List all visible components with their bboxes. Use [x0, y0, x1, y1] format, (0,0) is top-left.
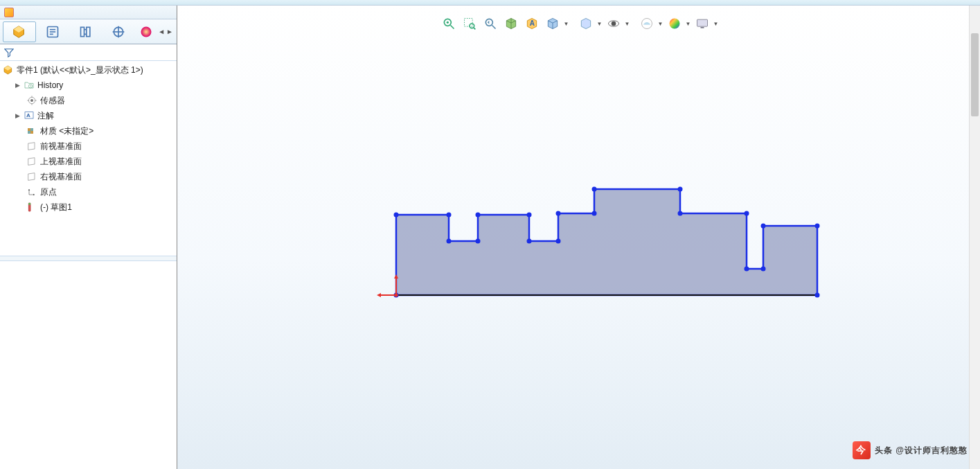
- expander-icon[interactable]: ▶: [14, 112, 21, 119]
- svg-point-58: [815, 224, 820, 229]
- svg-point-48: [556, 239, 561, 244]
- scrollbar-thumb[interactable]: [971, 33, 979, 116]
- svg-rect-17: [28, 128, 30, 131]
- tree-label: (-) 草图1: [40, 202, 72, 213]
- svg-rect-22: [28, 203, 30, 205]
- sketch-drawing: [177, 6, 980, 469]
- tree-label: History: [37, 80, 63, 90]
- tree-label: 材质 <未指定>: [40, 125, 93, 137]
- tree-root-part[interactable]: 零件1 (默认<<默认>_显示状态 1>): [3, 62, 175, 78]
- svg-point-64: [395, 294, 398, 297]
- tree-label: 传感器: [40, 95, 65, 107]
- svg-point-44: [476, 239, 481, 244]
- svg-rect-20: [30, 131, 33, 134]
- tree-item-origin[interactable]: 原点: [3, 184, 175, 200]
- svg-rect-19: [28, 131, 30, 134]
- tree-item-sensors[interactable]: 传感器: [3, 93, 175, 108]
- solidworks-icon: [4, 8, 14, 17]
- svg-marker-38: [396, 189, 817, 295]
- panel-toolbar: [0, 6, 177, 19]
- sensor-icon: [26, 95, 37, 106]
- tree-label: 前视基准面: [40, 141, 82, 152]
- tab-property-manager[interactable]: [36, 21, 69, 42]
- feature-manager-panel: ◄ ► 零件1 (默认<<默认>_显示状态 1>) ▶ History 传感器: [0, 6, 177, 469]
- svg-point-56: [761, 267, 766, 272]
- expander-icon[interactable]: ▶: [14, 82, 21, 89]
- svg-point-47: [527, 239, 532, 244]
- filter-icon[interactable]: [4, 48, 14, 57]
- plane-icon: [26, 171, 37, 182]
- tree-filter-row: [0, 44, 177, 61]
- tree-item-annotations[interactable]: ▶ A 注解: [3, 108, 175, 123]
- tab-feature-tree[interactable]: [3, 21, 36, 42]
- annotations-icon: A: [24, 110, 35, 121]
- tree-root-label: 零件1 (默认<<默认>_显示状态 1>): [17, 64, 143, 76]
- svg-point-45: [476, 213, 481, 218]
- tree-item-history[interactable]: ▶ History: [3, 78, 175, 93]
- svg-point-14: [30, 99, 33, 102]
- vertical-scrollbar[interactable]: [969, 6, 980, 469]
- tree-label: 上视基准面: [40, 156, 82, 168]
- tabs-scroll-right[interactable]: ►: [166, 28, 174, 35]
- tree-label: 原点: [40, 186, 57, 198]
- svg-point-11: [141, 26, 152, 37]
- tree-item-right-plane[interactable]: 右视基准面: [3, 169, 175, 184]
- folder-history-icon: [24, 80, 35, 91]
- svg-point-54: [745, 211, 749, 216]
- svg-point-50: [592, 211, 597, 216]
- origin-icon: [26, 186, 37, 197]
- panel-divider[interactable]: ❮: [0, 256, 177, 261]
- plane-icon: [26, 141, 37, 152]
- svg-point-59: [815, 293, 820, 298]
- svg-point-52: [678, 187, 683, 192]
- svg-point-57: [761, 224, 766, 229]
- graphics-viewport[interactable]: A ▼ ▼ ▼ ▼ ▼ ▼ 今 头条 @设计师吉利憨憨: [177, 6, 980, 469]
- tab-dimxpert-manager[interactable]: [102, 21, 135, 42]
- panel-tabs: ◄ ►: [0, 19, 177, 44]
- tree-item-sketch1[interactable]: (-) 草图1: [3, 200, 175, 215]
- tab-render-manager[interactable]: [135, 21, 157, 42]
- sketch-icon: [26, 202, 37, 213]
- watermark: 今 头条 @设计师吉利憨憨: [853, 441, 968, 459]
- watermark-text: 头条 @设计师吉利憨憨: [875, 445, 968, 457]
- svg-point-41: [394, 213, 399, 218]
- tree-item-material[interactable]: 材质 <未指定>: [3, 123, 175, 139]
- tab-configuration-manager[interactable]: [69, 21, 103, 42]
- tree-label: 注解: [37, 110, 54, 122]
- plane-icon: [26, 156, 37, 167]
- svg-point-46: [527, 213, 532, 218]
- svg-point-49: [556, 211, 561, 216]
- part-icon: [3, 64, 14, 76]
- tree-item-top-plane[interactable]: 上视基准面: [3, 154, 175, 169]
- watermark-logo-icon: 今: [853, 441, 871, 459]
- tabs-scroll-left[interactable]: ◄: [157, 28, 166, 35]
- svg-point-55: [745, 267, 749, 272]
- svg-rect-5: [86, 27, 89, 36]
- feature-tree: 零件1 (默认<<默认>_显示状态 1>) ▶ History 传感器 ▶ A …: [0, 61, 177, 256]
- svg-point-43: [447, 239, 452, 244]
- svg-rect-4: [80, 27, 84, 36]
- tree-label: 右视基准面: [40, 171, 82, 183]
- svg-text:A: A: [26, 112, 30, 118]
- window-titlebar: [0, 0, 980, 6]
- material-icon: [26, 125, 37, 136]
- tree-item-front-plane[interactable]: 前视基准面: [3, 139, 175, 154]
- svg-point-51: [592, 187, 597, 192]
- svg-rect-18: [30, 128, 33, 131]
- svg-point-42: [447, 213, 452, 218]
- svg-marker-63: [377, 293, 381, 297]
- svg-point-53: [678, 211, 683, 216]
